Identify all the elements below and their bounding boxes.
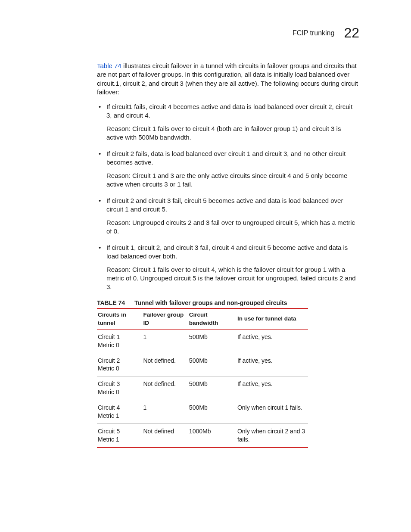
cell-group: Not defined — [142, 423, 188, 447]
cell-circuit: Circuit 2Metric 0 — [97, 353, 142, 376]
table-header-row: Circuits in tunnel Failover group ID Cir… — [97, 308, 308, 329]
bullet-reason: Reason: Circuit 1 fails over to circuit … — [106, 124, 359, 142]
table-row: Circuit 3Metric 0 Not defined. 500Mb If … — [97, 376, 308, 400]
bullet-reason: Reason: Circuit 1 fails over to circuit … — [106, 265, 359, 292]
cell-bandwidth: 500Mb — [188, 329, 237, 353]
cell-circuit: Circuit 3Metric 0 — [97, 376, 142, 400]
bullet-list: If circuit1 fails, circuit 4 becomes act… — [97, 103, 359, 291]
cell-inuse: If active, yes. — [237, 353, 308, 376]
list-item: If circuit 1, circuit 2, and circuit 3 f… — [97, 243, 359, 291]
cell-circuit: Circuit 4Metric 1 — [97, 400, 142, 424]
col-header: Circuit bandwidth — [188, 308, 237, 329]
intro-text: illustrates circuit failover in a tunnel… — [97, 62, 358, 96]
table-label: TABLE 74 — [97, 299, 125, 307]
cell-group: Not defined. — [142, 353, 188, 376]
col-header: Circuits in tunnel — [97, 308, 142, 329]
table-reference-link[interactable]: Table 74 — [97, 62, 121, 69]
bullet-reason: Reason: Circuit 1 and 3 are the only act… — [106, 171, 359, 189]
intro-paragraph: Table 74 illustrates circuit failover in… — [97, 62, 359, 96]
cell-bandwidth: 500Mb — [188, 376, 237, 400]
section-title: FCIP trunking — [293, 28, 335, 38]
page-header: FCIP trunking 22 — [97, 24, 359, 42]
cell-bandwidth: 500Mb — [188, 353, 237, 376]
cell-group: Not defined. — [142, 376, 188, 400]
table-row: Circuit 4Metric 1 1 500Mb Only when circ… — [97, 400, 308, 424]
list-item: If circuit1 fails, circuit 4 becomes act… — [97, 103, 359, 142]
cell-group: 1 — [142, 400, 188, 424]
col-header: In use for tunnel data — [237, 308, 308, 329]
bullet-main: If circuit1 fails, circuit 4 becomes act… — [106, 103, 359, 120]
cell-circuit: Circuit 1Metric 0 — [97, 329, 142, 353]
bullet-main: If circuit 2 fails, data is load balance… — [106, 149, 359, 167]
circuits-table: Circuits in tunnel Failover group ID Cir… — [97, 308, 308, 448]
list-item: If circuit 2 and circuit 3 fail, circuit… — [97, 196, 359, 236]
cell-bandwidth: 500Mb — [188, 400, 237, 424]
cell-inuse: If active, yes. — [237, 329, 308, 353]
bullet-main: If circuit 1, circuit 2, and circuit 3 f… — [106, 243, 359, 261]
table-row: Circuit 5Metric 1 Not defined 1000Mb Onl… — [97, 423, 308, 447]
cell-inuse: Only when circuit 2 and 3 fails. — [237, 423, 308, 447]
table-row: Circuit 1Metric 0 1 500Mb If active, yes… — [97, 329, 308, 353]
cell-circuit: Circuit 5Metric 1 — [97, 423, 142, 447]
cell-group: 1 — [142, 329, 188, 353]
table-title-row: TABLE 74 Tunnel with failover groups and… — [97, 299, 359, 307]
bullet-main: If circuit 2 and circuit 3 fail, circuit… — [106, 196, 359, 214]
bullet-reason: Reason: Ungrouped circuits 2 and 3 fail … — [106, 218, 359, 236]
cell-inuse: Only when circuit 1 fails. — [237, 400, 308, 424]
cell-inuse: If active, yes. — [237, 376, 308, 400]
col-header: Failover group ID — [142, 308, 188, 329]
chapter-number: 22 — [344, 24, 359, 42]
table-caption: Tunnel with failover groups and non-grou… — [134, 299, 287, 307]
list-item: If circuit 2 fails, data is load balance… — [97, 149, 359, 189]
table-row: Circuit 2Metric 0 Not defined. 500Mb If … — [97, 353, 308, 376]
cell-bandwidth: 1000Mb — [188, 423, 237, 447]
